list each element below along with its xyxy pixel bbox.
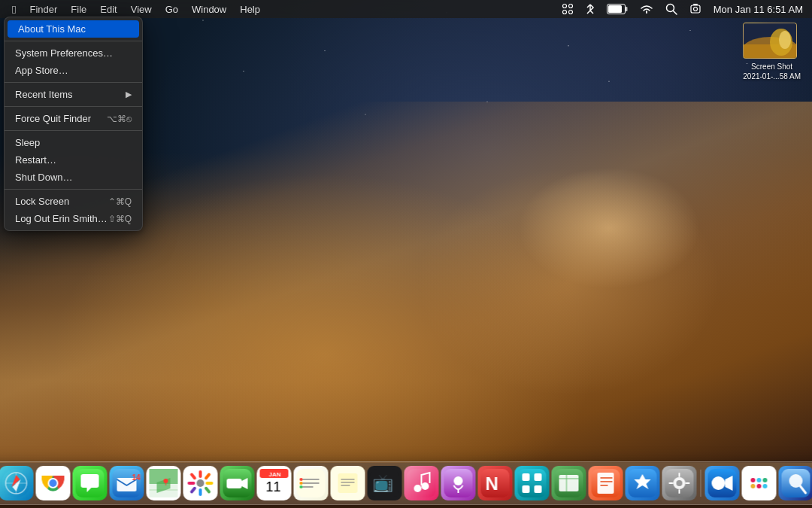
svg-point-72 xyxy=(454,476,463,485)
svg-point-0 xyxy=(562,5,566,8)
svg-point-16 xyxy=(779,31,791,49)
menu-separator-3 xyxy=(5,106,142,107)
svg-rect-77 xyxy=(523,473,530,481)
dock-icon-zoom[interactable] xyxy=(705,466,740,500)
svg-rect-11 xyxy=(693,4,698,5)
svg-point-106 xyxy=(763,484,768,488)
bluetooth-button[interactable] xyxy=(583,2,598,17)
svg-rect-9 xyxy=(691,5,700,13)
svg-point-36 xyxy=(50,479,57,487)
dock-icon-chrome[interactable] xyxy=(36,466,71,500)
menu-item-system-preferences[interactable]: System Preferences… xyxy=(5,44,142,62)
dock-icon-notes[interactable] xyxy=(331,466,365,500)
menubar-edit[interactable]: Edit xyxy=(94,2,123,17)
dock-icon-slack[interactable] xyxy=(742,466,777,500)
dock-icon-messages[interactable] xyxy=(73,466,108,500)
menu-item-recent-items[interactable]: Recent Items ▶ xyxy=(5,86,142,103)
dock-icon-news[interactable]: N xyxy=(478,466,513,500)
menu-item-restart[interactable]: Restart… xyxy=(5,151,142,169)
menu-item-force-quit[interactable]: Force Quit Finder ⌥⌘⎋ xyxy=(5,110,142,127)
menubar-go[interactable]: Go xyxy=(159,2,184,17)
menubar:  Finder File Edit View Go Window Help xyxy=(0,0,812,18)
menu-item-app-store[interactable]: App Store… xyxy=(5,62,142,79)
dock-icon-appletv[interactable]: 📺 xyxy=(368,466,402,500)
svg-point-93 xyxy=(677,480,683,486)
svg-rect-94 xyxy=(679,473,680,477)
dock-icon-photos[interactable] xyxy=(183,466,218,500)
dock: 🔍 xyxy=(0,461,812,505)
menubar-help[interactable]: Help xyxy=(234,2,266,17)
recent-items-arrow: ▶ xyxy=(126,90,132,99)
dock-icon-system-preferences[interactable] xyxy=(662,466,697,500)
force-quit-shortcut: ⌥⌘⎋ xyxy=(107,114,132,124)
menu-separator-5 xyxy=(5,189,142,190)
svg-rect-95 xyxy=(679,489,680,494)
menu-item-shut-down[interactable]: Shut Down… xyxy=(5,169,142,186)
dock-icon-maps[interactable] xyxy=(147,466,181,500)
spotlight-button[interactable] xyxy=(662,2,680,17)
svg-point-105 xyxy=(757,484,762,488)
svg-point-59 xyxy=(300,482,303,485)
lock-screen-shortcut: ⌃⌘Q xyxy=(108,196,132,207)
dock-icon-numbers[interactable] xyxy=(552,466,586,500)
screenshot-icon[interactable] xyxy=(686,2,704,17)
dock-icon-podcasts[interactable] xyxy=(441,466,476,500)
svg-rect-78 xyxy=(535,473,542,481)
menubar-right: Mon Jan 11 6:51 AM xyxy=(559,2,806,17)
svg-rect-49 xyxy=(227,479,242,488)
clock-display: Mon Jan 11 6:51 AM xyxy=(710,2,806,17)
menu-item-log-out[interactable]: Log Out Erin Smith… ⇧⌘Q xyxy=(5,210,142,227)
menu-separator-4 xyxy=(5,130,142,131)
menubar-view[interactable]: View xyxy=(125,2,158,17)
svg-rect-79 xyxy=(523,485,530,493)
svg-text:N: N xyxy=(486,473,498,494)
svg-point-70 xyxy=(422,482,429,490)
thumbnail-preview xyxy=(743,23,797,59)
menubar-finder[interactable]: Finder xyxy=(23,2,63,17)
menubar-file[interactable]: File xyxy=(65,2,92,17)
svg-rect-80 xyxy=(535,485,542,493)
menu-item-lock-screen[interactable]: Lock Screen ⌃⌘Q xyxy=(5,193,142,210)
dock-icon-reminders[interactable] xyxy=(294,466,329,500)
svg-point-99 xyxy=(712,476,726,490)
svg-point-103 xyxy=(763,478,768,482)
dock-icon-calendar[interactable]: JAN 11 xyxy=(257,466,292,500)
svg-rect-86 xyxy=(598,473,614,494)
battery-status[interactable] xyxy=(604,2,631,16)
dock-icon-pages[interactable] xyxy=(589,466,623,500)
dock-icon-alfred[interactable] xyxy=(779,466,813,500)
wifi-button[interactable] xyxy=(637,2,656,16)
svg-text:📺: 📺 xyxy=(373,473,394,493)
svg-rect-82 xyxy=(559,475,579,491)
svg-line-8 xyxy=(673,11,677,15)
svg-point-3 xyxy=(568,11,572,14)
dock-icon-safari[interactable] xyxy=(0,466,34,500)
svg-point-101 xyxy=(751,478,756,482)
dock-icon-grids[interactable] xyxy=(515,466,550,500)
svg-rect-97 xyxy=(686,482,690,484)
dock-icon-mail[interactable]: 145 xyxy=(110,466,144,500)
svg-point-1 xyxy=(568,5,572,8)
menu-item-sleep[interactable]: Sleep xyxy=(5,134,142,151)
svg-text:JAN: JAN xyxy=(269,471,281,478)
svg-point-2 xyxy=(562,11,566,14)
apple-dropdown-menu: About This Mac System Preferences… App S… xyxy=(4,17,143,231)
control-center-button[interactable] xyxy=(559,2,577,17)
dock-icon-appstore[interactable] xyxy=(626,466,660,500)
svg-rect-96 xyxy=(669,482,674,484)
apple-menu-button[interactable]:  xyxy=(6,2,22,17)
svg-text:11: 11 xyxy=(266,479,281,494)
thumbnail-label: Screen Shot 2021-01-...58 AM xyxy=(743,62,801,81)
menu-item-about-this-mac[interactable]: About This Mac xyxy=(8,20,139,38)
svg-point-102 xyxy=(757,478,762,482)
svg-point-47 xyxy=(197,479,205,487)
screenshot-thumbnail[interactable]: Screen Shot 2021-01-...58 AM xyxy=(743,23,801,81)
svg-point-58 xyxy=(300,478,303,481)
log-out-shortcut: ⇧⌘Q xyxy=(108,214,132,224)
dock-icon-music[interactable] xyxy=(404,466,439,500)
menubar-window[interactable]: Window xyxy=(186,2,232,17)
dock-separator xyxy=(701,470,701,497)
menu-separator-1 xyxy=(5,41,142,41)
dock-icon-facetime[interactable] xyxy=(220,466,255,500)
svg-rect-100 xyxy=(745,469,774,497)
